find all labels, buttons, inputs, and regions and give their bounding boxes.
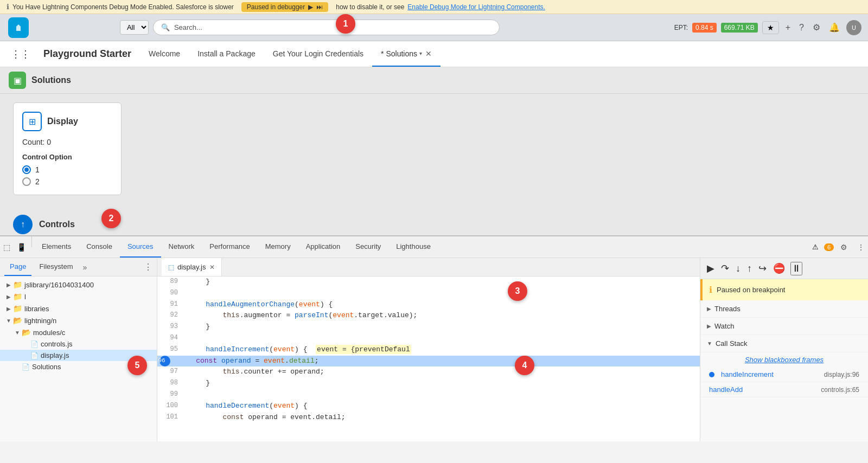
code-tab-bar: ⬚ display.js ✕: [157, 258, 700, 276]
devtools-tab-lighthouse[interactable]: Lighthouse: [388, 236, 438, 258]
star-button[interactable]: ★: [762, 21, 779, 34]
tree-item-controls-js[interactable]: 📄 controls.js: [0, 338, 157, 350]
trailhead-logo: [7, 16, 30, 40]
call-stack-item-handleAdd[interactable]: handleAdd controls.js:65: [700, 382, 868, 397]
ept-label: EPT:: [674, 24, 688, 31]
more-tabs-icon[interactable]: »: [83, 263, 87, 272]
devtools-tab-security[interactable]: Security: [348, 236, 388, 258]
tree-item-l[interactable]: ▶ 📁 l: [0, 291, 157, 303]
browser-toolbar: All 🔍 Search... EPT: 0.84 s 669.71 KB ★ …: [0, 14, 868, 41]
chevron-down-icon: ▼: [13, 330, 22, 336]
devtools-tab-network[interactable]: Network: [161, 236, 202, 258]
devtools-tab-elements[interactable]: Elements: [34, 236, 79, 258]
devtools-tab-bar: ⬚ 📱 Elements Console Sources Network Per…: [0, 236, 868, 258]
tab-welcome[interactable]: Welcome: [140, 41, 189, 67]
file-icon: 📄: [30, 352, 39, 359]
app-nav-tabs: Welcome Install a Package Get Your Login…: [140, 41, 441, 67]
code-line-94: 94: [157, 333, 700, 344]
active-frame-indicator: [709, 372, 714, 377]
step-icon[interactable]: ⏭: [316, 3, 323, 11]
warning-icon: ⚠: [812, 243, 819, 251]
info-circle-icon: ℹ: [709, 285, 712, 295]
resume-icon[interactable]: ▶: [308, 3, 313, 11]
threads-label: Threads: [714, 305, 741, 313]
folder-icon: 📁: [13, 292, 22, 301]
step-button[interactable]: ↪: [757, 261, 768, 275]
tab-solutions[interactable]: * Solutions ▾ ✕: [372, 41, 441, 67]
controls-section: ↑ Controls: [13, 215, 855, 234]
radio-item-2[interactable]: 2: [22, 177, 112, 186]
file-tree-tab-filesystem[interactable]: Filesystem: [34, 258, 78, 276]
notifications-button[interactable]: 🔔: [827, 20, 842, 35]
code-content[interactable]: 89 } 90 91 handleAugmentorChange(event) …: [157, 276, 700, 441]
url-bar[interactable]: 🔍 Search...: [153, 20, 500, 35]
call-stack-section-header[interactable]: ▼ Call Stack: [700, 335, 868, 352]
devtools-select-icon[interactable]: ⬚: [0, 236, 14, 258]
tree-item-modules-c[interactable]: ▼ 📂 modules/c: [0, 326, 157, 338]
tree-item-lightning-n[interactable]: ▼ 📂 lightning/n: [0, 314, 157, 326]
devtools-tab-sources[interactable]: Sources: [120, 236, 161, 258]
display-icon: ⊞: [22, 112, 42, 131]
deactivate-breakpoints-button[interactable]: ⛔: [772, 261, 786, 275]
step-into-button[interactable]: ↓: [735, 262, 742, 275]
devtools-tab-memory[interactable]: Memory: [258, 236, 298, 258]
search-text: Search...: [174, 23, 202, 31]
threads-section-header[interactable]: ▶ Threads: [700, 300, 868, 318]
trailhead-logo-image: [8, 17, 29, 38]
tree-item-libraries[interactable]: ▶ 📁 libraries: [0, 303, 157, 314]
app-title: Playground Starter: [35, 48, 140, 60]
component-area: ⊞ Display Count: 0 Control Option 1 2 ↑ …: [0, 94, 868, 235]
add-tab-button[interactable]: +: [783, 21, 793, 35]
devtools-tab-console[interactable]: Console: [79, 236, 120, 258]
file-tree-tabs: Page Filesystem » ⋮: [0, 258, 157, 276]
devtools-tab-application[interactable]: Application: [298, 236, 348, 258]
chevron-right-icon: ▶: [4, 306, 13, 312]
control-option-label: Control Option: [22, 153, 112, 161]
avatar[interactable]: U: [846, 20, 861, 35]
code-line-90: 90: [157, 288, 700, 299]
folder-icon: 📂: [13, 316, 22, 325]
blackboxed-frames-link[interactable]: Show blackboxed frames: [745, 356, 824, 364]
call-stack-item-handleIncrement[interactable]: handleIncrement display.js:96: [700, 367, 868, 382]
solutions-icon: ▣: [9, 72, 26, 89]
code-line-100: 100 handleDecrement(event) {: [157, 401, 700, 412]
file-tree-tab-page[interactable]: Page: [4, 258, 31, 276]
tree-item-jslibrary[interactable]: ▶ 📁 jslibrary/16104031400: [0, 279, 157, 291]
radio-item-1[interactable]: 1: [22, 165, 112, 174]
debug-mode-link[interactable]: Enable Debug Mode for Lightning Componen…: [407, 3, 545, 11]
code-tab-close-icon[interactable]: ✕: [209, 263, 215, 271]
warn-badge: 6: [824, 243, 834, 251]
display-card: ⊞ Display Count: 0 Control Option 1 2: [13, 102, 122, 195]
file-icon: 📄: [30, 340, 39, 348]
code-tab-display-js[interactable]: ⬚ display.js ✕: [162, 258, 222, 276]
pause-button[interactable]: ⏸: [790, 262, 802, 275]
step-over-button[interactable]: ↷: [720, 261, 730, 275]
url-bar-area: All 🔍 Search...: [120, 20, 500, 35]
file-tree-panel: Page Filesystem » ⋮ ▶ 📁 jslibrary/161040…: [0, 258, 157, 441]
browser-actions: EPT: 0.84 s 669.71 KB ★ + ? ⚙ 🔔 U: [674, 20, 861, 35]
app-grid-icon[interactable]: ⋮⋮: [7, 44, 35, 65]
devtools-more-icon[interactable]: ⋮: [854, 241, 868, 254]
devtools-tab-performance[interactable]: Performance: [202, 236, 257, 258]
all-select[interactable]: All: [120, 20, 149, 35]
tab-login-credentials[interactable]: Get Your Login Credentials: [264, 41, 372, 67]
file-icon: 📄: [22, 363, 30, 371]
code-file-icon: ⬚: [168, 263, 174, 271]
step-out-button[interactable]: ↑: [746, 262, 753, 275]
tab-install-package[interactable]: Install a Package: [189, 41, 264, 67]
size-value: 669.71 KB: [721, 23, 758, 33]
devtools-device-icon[interactable]: 📱: [14, 236, 29, 258]
radio-circle-1: [22, 165, 31, 174]
main-content: ▣ Solutions ⊞ Display Count: 0 Control O…: [0, 67, 868, 235]
tab-close-icon[interactable]: ✕: [425, 49, 432, 58]
chevron-right-icon: ▶: [4, 294, 13, 300]
devtools-settings-icon[interactable]: ⚙: [837, 241, 851, 254]
file-tree-menu-icon[interactable]: ⋮: [144, 262, 152, 272]
count-label: Count: 0: [22, 138, 112, 146]
tab-chevron-icon: ▾: [419, 50, 422, 56]
call-stack-section: Show blackboxed frames handleIncrement d…: [700, 352, 868, 441]
watch-section-header[interactable]: ▶ Watch: [700, 318, 868, 335]
settings-button[interactable]: ⚙: [810, 20, 822, 35]
help-button[interactable]: ?: [797, 21, 806, 35]
resume-execution-button[interactable]: ▶: [706, 261, 716, 275]
